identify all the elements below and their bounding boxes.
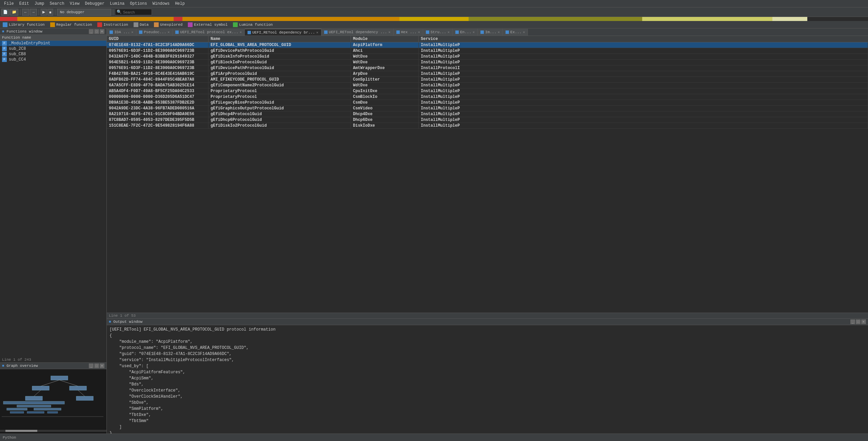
func-item-subcc4[interactable]: F sub_CC4 (0, 57, 106, 62)
output-content[interactable]: [UEFI_RETool] EFI_GLOBAL_NVS_AREA_PROTOC… (107, 325, 868, 434)
menu-help[interactable]: Help (172, 1, 188, 7)
table-row[interactable]: 9042A9DE-23DC-4A38-96FB7ADED080516A gEfi… (107, 106, 868, 111)
table-row[interactable]: 074E1E48-8132-47A1-8C2C3F14AD9A66DC EFI_… (107, 42, 868, 48)
table-row[interactable]: 151C8EAE-7F2C-472C-9E549828194F6A88 gEfi… (107, 123, 868, 129)
tab-protocol-ex[interactable]: UEFI_RETool protocol ex... ✕ (173, 29, 245, 36)
menu-windows[interactable]: Windows (150, 1, 172, 7)
status-bar: Python (0, 434, 868, 441)
debugger-selector[interactable]: No debugger (57, 9, 111, 16)
functions-column-header: Function name (0, 35, 106, 41)
tab-close-im[interactable]: ✕ (498, 30, 500, 34)
tab-dep-browser[interactable]: UEFI_RETool dependency br... ✕ (245, 29, 321, 36)
dep-table-line-count: Line 1 of 53 (107, 313, 868, 318)
toolbar-back[interactable]: ← (22, 9, 29, 16)
toolbar-forward[interactable]: → (30, 9, 37, 16)
svg-line-5 (34, 390, 41, 396)
table-row[interactable]: DB9A1E3D-45CB-4ABB-853BE5387FDB2E2D gEfi… (107, 100, 868, 106)
legend-library: Library function (3, 22, 45, 27)
graph-minimize[interactable]: _ (89, 363, 94, 368)
functions-window: ■ Functions window _ □ ✕ Function name F… (0, 28, 106, 362)
tab-pseudoc[interactable]: Pseudoc... ✕ (136, 29, 173, 36)
func-icon-subcb8: F (2, 52, 7, 57)
table-row[interactable]: AB5A4DF4-F0D7-49A8-BF5CF25DA04C2533 Prop… (107, 88, 868, 94)
graph-maximize[interactable]: □ (94, 363, 99, 368)
toolbar-new[interactable]: 📄 (1, 9, 9, 16)
tab-dep2[interactable]: UEFI_RETool dependency ... ✕ (321, 29, 394, 36)
tab-ex[interactable]: Ex... ✕ (503, 29, 528, 36)
menu-file[interactable]: File (1, 1, 17, 7)
func-item-sub2c8[interactable]: F sub_2C8 (0, 46, 106, 51)
output-maximize[interactable]: □ (856, 319, 861, 324)
table-row[interactable]: 8A219718-4EF5-4761-91C8C0F04BDA9E56 gEfi… (107, 111, 868, 117)
cell-guid-10: DB9A1E3D-45CB-4ABB-853BE5387FDB2E2D (107, 100, 209, 105)
cell-guid-7: 6A7A5CFF-E8D9-4F70-BADA75AB3025CE14 (107, 83, 209, 88)
table-row[interactable]: 00000000-0000-0000-D36D205D6A51DC47 Prop… (107, 94, 868, 100)
legend-regular-icon (50, 22, 55, 27)
cell-service-7: InstallMultipleP (419, 83, 868, 88)
legend-data: Data (134, 22, 149, 27)
col-header-guid: GUID (107, 36, 209, 42)
dep-table[interactable]: GUID Name Module Service 074E1E48-8132-4… (107, 36, 868, 313)
tab-close-en[interactable]: ✕ (473, 30, 475, 34)
tab-hex[interactable]: Hex ... ✕ (394, 29, 423, 36)
tab-label-stru: Stru... (431, 30, 446, 34)
output-window-header: ■ Output window _ □ ✕ (107, 319, 868, 325)
tab-label-ex: Ex... (510, 30, 521, 34)
tab-close-dep-browser[interactable]: ✕ (316, 30, 318, 35)
tab-close-protocol-ex[interactable]: ✕ (240, 30, 242, 34)
table-row[interactable]: 09576E91-6D3F-11D2-8E3900A0C969723B gEfi… (107, 48, 868, 54)
search-input[interactable] (123, 10, 150, 14)
cell-module-3: WdtDxe (351, 60, 419, 65)
tab-en[interactable]: En... ✕ (453, 29, 478, 36)
tab-close-pseudoc[interactable]: ✕ (167, 30, 170, 34)
legend-unexplored-label: Unexplored (160, 23, 182, 27)
tab-stru[interactable]: Stru... ✕ (423, 29, 453, 36)
menu-edit[interactable]: Edit (17, 1, 32, 7)
cell-service-0: InstallMultipleP (419, 42, 868, 48)
output-close[interactable]: ✕ (861, 319, 866, 324)
toolbar-run[interactable]: ▶ (41, 9, 47, 16)
table-row[interactable]: 87C8BAD7-0595-4053-8297DEDE395F5D5B gEfi… (107, 117, 868, 123)
tab-close-ex[interactable]: ✕ (523, 30, 525, 34)
output-minimize[interactable]: _ (850, 319, 855, 324)
cell-name-14: gEfiDiskIo2ProtocolGuid (209, 123, 351, 128)
table-row[interactable]: 0ADFB62D-FF74-484C-8944F85C4BEA87A8 AMI_… (107, 77, 868, 83)
menu-lumina[interactable]: Lumina (107, 1, 127, 7)
table-row[interactable]: D432A67F-14DC-484B-B3BB3F0291849327 gEfi… (107, 54, 868, 60)
tab-close-dep2[interactable]: ✕ (388, 30, 390, 34)
menu-debugger[interactable]: Debugger (82, 1, 107, 7)
menu-search[interactable]: Search (47, 1, 67, 7)
tab-close-stru[interactable]: ✕ (448, 30, 450, 34)
cell-name-5: gEfiArpProtocolGuid (209, 71, 351, 77)
table-row[interactable]: 09576E91-6D3F-11D2-8E3900A0C969723B gEfi… (107, 65, 868, 71)
menu-view[interactable]: View (67, 1, 82, 7)
graph-close[interactable]: ✕ (100, 363, 104, 368)
cell-module-0: AcpiPlatform (351, 42, 419, 48)
table-row[interactable]: 964E5B21-6459-11D2-8E3900A0C969723B gEfi… (107, 60, 868, 65)
tab-icon-protocol-ex (175, 30, 179, 34)
func-item-subcb8[interactable]: F sub_CB8 (0, 51, 106, 57)
toolbar-open[interactable]: 📁 (10, 9, 18, 16)
menu-options[interactable]: Options (127, 1, 150, 7)
legend-library-icon (3, 22, 7, 27)
toolbar-stop[interactable]: ■ (47, 9, 53, 16)
graph-scrollbar-thumb[interactable] (5, 430, 37, 432)
tab-close-hex[interactable]: ✕ (418, 30, 420, 34)
functions-list[interactable]: F _ModuleEntryPoint F sub_2C8 F sub_CB8 … (0, 41, 106, 357)
graph-scrollbar[interactable] (0, 430, 106, 432)
menu-jump[interactable]: Jump (32, 1, 47, 7)
table-row[interactable]: 6A7A5CFF-E8D9-4F70-BADA75AB3025CE14 gEfi… (107, 83, 868, 88)
search-box[interactable]: 🔍 (115, 9, 152, 15)
table-row[interactable]: F4B427BB-BA21-4F16-8C4E43E416AB619C gEfi… (107, 71, 868, 77)
cell-module-1: Ahci (351, 48, 419, 54)
functions-minimize[interactable]: _ (89, 29, 94, 34)
func-item-moduleentrypoint[interactable]: F _ModuleEntryPoint (0, 41, 106, 46)
legend-regular-label: Regular function (56, 23, 92, 27)
tab-close-ida[interactable]: ✕ (131, 30, 133, 34)
functions-close[interactable]: ✕ (100, 29, 104, 34)
functions-maximize[interactable]: □ (94, 29, 99, 34)
tab-label-pseudoc: Pseudoc... (144, 30, 166, 34)
graph-content[interactable] (0, 369, 106, 434)
tab-ida[interactable]: IDA ... ✕ (107, 29, 136, 36)
tab-im[interactable]: Im... ✕ (478, 29, 503, 36)
